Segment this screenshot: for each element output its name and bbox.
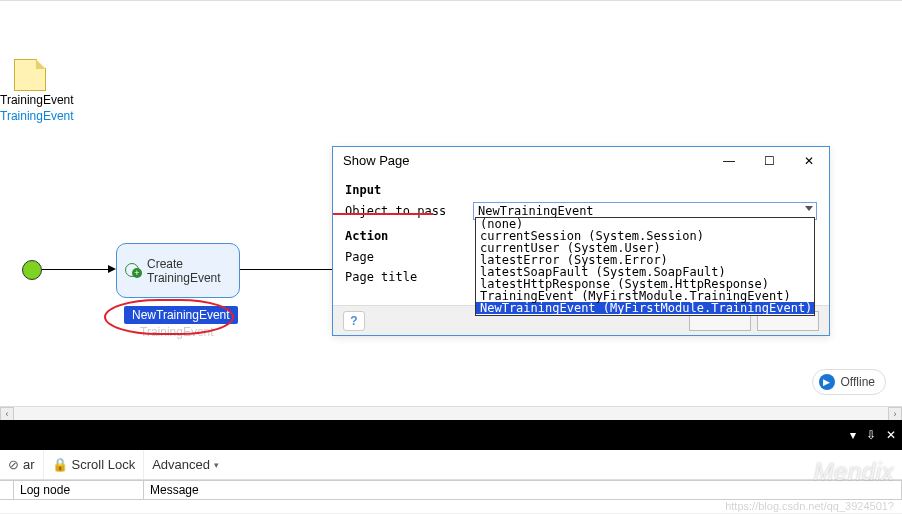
dialog-body: Input Object to pass NewTrainingEvent (M… [333,175,829,295]
play-icon: ▶ [819,374,835,390]
close-button[interactable]: ✕ [789,147,829,175]
horizontal-scrollbar[interactable]: ‹ › [0,406,902,420]
pin-icon[interactable]: ⇩ [866,428,876,442]
help-button[interactable]: ? [343,311,365,331]
dialog-title: Show Page [343,147,709,175]
log-grid-row[interactable] [0,500,902,514]
scroll-lock-button[interactable]: 🔒 Scroll Lock [44,450,145,479]
chevron-down-icon [805,206,813,211]
label-page-title: Page title [345,270,473,284]
log-toolbar: ⊘ ar 🔒 Scroll Lock Advanced ▾ [0,450,902,480]
log-grid-header: Log node Message [0,480,902,500]
col-icon[interactable] [0,481,14,499]
object-to-pass-dropdown[interactable]: (none) currentSession (System.Session) c… [475,217,815,316]
output-variable-badge[interactable]: NewTrainingEvent [124,306,238,324]
close-panel-icon[interactable]: ✕ [886,428,896,442]
flow-arrow [42,269,108,270]
arrow-head-icon [108,265,116,273]
entity-note[interactable] [14,59,46,91]
entity-name: TrainingEvent [0,93,100,107]
chevron-down-icon: ▾ [214,460,219,470]
activity-label: CreateTrainingEvent [147,257,221,285]
microflow-canvas[interactable]: TrainingEvent TrainingEvent CreateTraini… [0,0,902,418]
clear-icon: ⊘ [8,457,19,472]
advanced-menu[interactable]: Advanced ▾ [144,450,227,479]
col-lognode[interactable]: Log node [14,481,144,499]
panel-header-bar: ▾ ⇩ ✕ [0,420,902,450]
offline-status[interactable]: ▶ Offline [812,369,886,395]
section-input: Input [345,183,817,197]
minimize-button[interactable]: — [709,147,749,175]
maximize-button[interactable]: ☐ [749,147,789,175]
scroll-left-button[interactable]: ‹ [0,407,14,421]
scroll-right-button[interactable]: › [888,407,902,421]
clear-button[interactable]: ⊘ ar [0,450,44,479]
entity-type-link[interactable]: TrainingEvent [0,109,100,123]
flow-arrow-2 [240,269,332,270]
label-object-to-pass: Object to pass [345,204,473,218]
option-newtrainingevent[interactable]: NewTrainingEvent (MyFirstModule.Training… [476,302,814,314]
start-node[interactable] [22,260,42,280]
create-object-icon [125,263,141,279]
show-page-dialog: Show Page — ☐ ✕ Input Object to pass New… [332,146,830,336]
lock-icon: 🔒 [52,457,68,472]
note-fold-icon [36,59,46,69]
offline-label: Offline [841,375,875,389]
output-variable-type: TrainingEvent [140,325,214,339]
dropdown-icon[interactable]: ▾ [850,428,856,442]
scroll-track[interactable] [14,407,888,420]
create-activity[interactable]: CreateTrainingEvent [116,243,240,298]
label-page: Page [345,250,473,264]
col-message[interactable]: Message [144,481,902,499]
